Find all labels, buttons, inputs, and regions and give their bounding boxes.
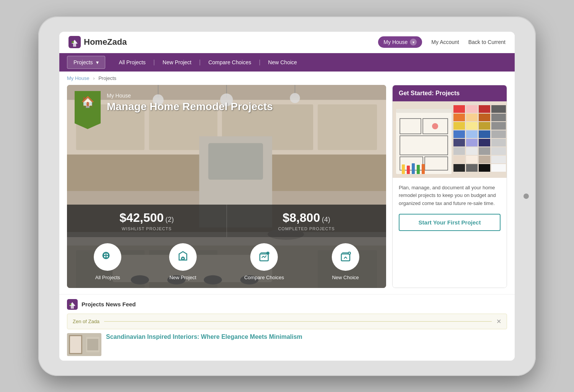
zen-close-button[interactable]: ✕: [496, 318, 501, 325]
svg-rect-45: [466, 114, 478, 121]
banner-icon: 🏠: [81, 96, 95, 108]
icons-row: All Projects New Project: [67, 237, 386, 288]
all-projects-label: All Projects: [95, 275, 120, 280]
svg-rect-36: [453, 105, 465, 113]
back-to-current-link[interactable]: Back to Current: [468, 39, 506, 45]
stat-wishlist-label: WISHLIST PROJECTS: [70, 226, 223, 231]
nav-divider-2: |: [199, 59, 201, 66]
svg-rect-1: [73, 44, 76, 47]
svg-rect-78: [417, 165, 420, 174]
new-project-label: New Project: [170, 275, 196, 280]
svg-rect-69: [396, 109, 452, 113]
svg-rect-56: [479, 139, 490, 146]
logo-area: HomeZada: [68, 36, 127, 48]
top-right-nav: My House ▾ My Account Back to Current: [378, 36, 506, 48]
stat-wishlist: $42,500 (2) WISHLIST PROJECTS: [67, 205, 227, 237]
icon-all-projects[interactable]: All Projects: [94, 243, 121, 280]
main-content: 🏠 My House Manage Home Remodel Projects …: [59, 85, 515, 294]
zen-bar: Zen of Zada ✕: [67, 314, 507, 329]
svg-rect-11: [208, 143, 263, 179]
right-panel-image: [393, 101, 507, 178]
right-panel-header: Get Started: Projects: [393, 85, 507, 101]
stat-wishlist-count: (2): [165, 216, 174, 223]
new-project-circle: [169, 243, 197, 271]
svg-rect-55: [479, 130, 490, 138]
green-banner: 🏠: [75, 91, 101, 129]
svg-rect-43: [453, 164, 465, 172]
news-feed-header: Projects News Feed: [67, 299, 507, 310]
nav-new-choice[interactable]: New Choice: [262, 59, 303, 65]
start-first-project-button[interactable]: Start Your First Project: [399, 214, 501, 231]
homezada-logo-icon: [68, 36, 81, 48]
svg-point-32: [266, 252, 269, 255]
tablet-frame: HomeZada My House ▾ My Account Back to C…: [38, 16, 536, 376]
svg-rect-53: [479, 114, 490, 121]
new-project-icon: [176, 250, 190, 264]
my-house-dropdown[interactable]: My House ▾: [378, 36, 422, 48]
svg-rect-31: [260, 254, 268, 261]
icon-new-choice[interactable]: New Choice: [332, 243, 359, 280]
svg-rect-59: [479, 164, 490, 172]
svg-point-83: [70, 303, 72, 305]
hero-overlay-top: 🏠 My House Manage Home Remodel Projects: [67, 85, 386, 129]
my-house-label: My House: [383, 39, 408, 45]
icon-new-project[interactable]: New Project: [169, 243, 197, 280]
new-choice-label: New Choice: [332, 275, 359, 280]
breadcrumb-home[interactable]: My House: [67, 75, 90, 81]
svg-rect-63: [491, 130, 506, 138]
svg-rect-60: [491, 105, 506, 113]
icon-compare-choices[interactable]: Compare Choices: [244, 243, 284, 280]
stat-completed: $8,800 (4) COMPLETED PROJECTS: [227, 205, 386, 237]
nav-compare-choices[interactable]: Compare Choices: [202, 59, 257, 65]
svg-rect-52: [479, 105, 490, 113]
stat-completed-value: $8,800: [283, 211, 320, 224]
news-feed-section: Projects News Feed Zen of Zada ✕ S: [59, 294, 515, 361]
right-panel-header-bold: Projects: [435, 90, 460, 96]
svg-rect-57: [479, 147, 490, 155]
nav-divider-3: |: [259, 59, 260, 66]
svg-rect-62: [491, 122, 506, 130]
all-projects-icon: [101, 250, 114, 264]
new-choice-icon: [339, 250, 352, 264]
hero-subtitle: My House: [107, 93, 273, 99]
hero-panel: 🏠 My House Manage Home Remodel Projects …: [67, 85, 386, 288]
all-projects-circle: [94, 243, 121, 271]
right-panel-body: Plan, manage, and document all your home…: [393, 178, 507, 288]
tablet-power-button[interactable]: [523, 194, 529, 199]
svg-rect-79: [422, 164, 425, 174]
nav-new-project[interactable]: New Project: [157, 59, 197, 65]
nav-all-projects[interactable]: All Projects: [113, 59, 152, 65]
new-choice-circle: [332, 243, 359, 271]
svg-rect-66: [491, 156, 506, 163]
hero-title-area: My House Manage Home Remodel Projects: [107, 91, 273, 113]
article-thumb-image: [67, 333, 101, 356]
right-panel-text: Plan, manage, and document all your home…: [399, 184, 501, 208]
svg-rect-47: [466, 130, 478, 138]
stat-completed-amount: $8,800 (4): [230, 211, 383, 225]
svg-rect-86: [70, 336, 81, 353]
svg-rect-48: [466, 139, 478, 146]
breadcrumb-current: Projects: [98, 75, 116, 81]
svg-rect-88: [87, 339, 98, 350]
my-account-link[interactable]: My Account: [431, 39, 459, 45]
svg-rect-58: [479, 156, 490, 163]
projects-dropdown-label: Projects: [73, 59, 93, 65]
right-panel-header-prefix: Get Started:: [399, 90, 435, 96]
svg-rect-44: [466, 105, 478, 113]
svg-rect-64: [491, 139, 506, 146]
breadcrumb-separator: ›: [93, 75, 95, 81]
svg-rect-61: [491, 114, 506, 121]
svg-point-2: [72, 41, 74, 43]
zen-line: [104, 321, 492, 322]
chevron-down-icon: ▾: [410, 39, 417, 46]
article-thumbnail: [67, 333, 101, 356]
svg-rect-39: [453, 130, 465, 138]
svg-rect-82: [71, 306, 74, 309]
svg-rect-54: [479, 122, 490, 130]
projects-dropdown[interactable]: Projects ▾: [67, 56, 105, 69]
article-title[interactable]: Scandinavian Inspired Interiors: Where E…: [106, 333, 302, 341]
svg-rect-67: [491, 164, 506, 172]
news-feed-icon: [67, 299, 78, 310]
hero-stats-bar: $42,500 (2) WISHLIST PROJECTS $8,800 (4)…: [67, 205, 386, 237]
stat-completed-label: COMPLETED PROJECTS: [230, 226, 383, 231]
